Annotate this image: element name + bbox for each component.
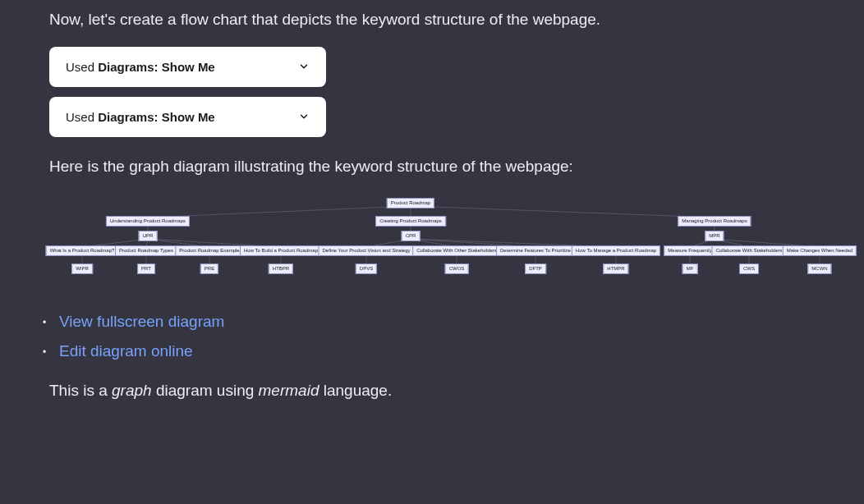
diagram-node: Product Roadmap Types (115, 245, 177, 256)
diagram-node: Collaborate With Other Stakeholders (412, 245, 501, 256)
diagram-node: Define Your Product Vision and Strategy (319, 245, 415, 256)
chevron-down-icon (298, 61, 310, 72)
diagram-node: Measure Frequently (664, 245, 715, 256)
diagram-node: HTMPR (603, 263, 628, 274)
diagram-node: Collaborate With Stakeholders (711, 245, 786, 256)
diagram-node: Managing Product Roadmaps (678, 216, 751, 227)
collapsible-label: Used Diagrams: Show Me (66, 60, 215, 74)
diagram-node: PRT (137, 263, 155, 274)
diagram-node: How To Build a Product Roadmap (240, 245, 322, 256)
diagram-node: WIPR (71, 263, 93, 274)
link-edit-online[interactable]: Edit diagram online (59, 342, 193, 360)
chevron-down-icon (298, 111, 310, 122)
diagram-node: Determine Features To Prioritize (496, 245, 575, 256)
diagram-node: CWOS (445, 263, 469, 274)
svg-line-2 (411, 206, 715, 218)
link-view-fullscreen[interactable]: View fullscreen diagram (59, 313, 224, 330)
collapsible-used-diagrams-1[interactable]: Used Diagrams: Show Me (49, 47, 326, 87)
diagram-node: DFTP (525, 263, 546, 274)
diagram-node: MF (682, 263, 698, 274)
diagram-node: Creating Product Roadmaps (375, 216, 446, 227)
collapsible-label: Used Diagrams: Show Me (66, 110, 215, 124)
diagram-node: CWS (739, 263, 759, 274)
diagram-node: Product Roadmap (387, 198, 434, 208)
diagram-node: PRE (200, 263, 218, 274)
collapsible-used-diagrams-2[interactable]: Used Diagrams: Show Me (49, 97, 326, 137)
diagram-node: Understanding Product Roadmaps (106, 216, 190, 227)
diagram-node: How To Manage a Product Roadmap (572, 245, 660, 256)
diagram-node: HTBPR (269, 263, 293, 274)
diagram-node: DPVS (356, 263, 377, 274)
diagram-node: MPR (705, 231, 724, 241)
diagram-node: MCWN (807, 263, 831, 274)
diagram-node: Product Roadmap Example (175, 245, 243, 256)
result-text: Here is the graph diagram illustrating t… (49, 155, 815, 179)
diagram-node: CPR (402, 231, 421, 241)
intro-text: Now, let's create a flow chart that depi… (49, 8, 815, 32)
diagram-node: UPR (139, 231, 158, 241)
footer-text: This is a graph diagram using mermaid la… (49, 382, 815, 400)
diagram-node: Make Changes When Needed (783, 245, 857, 256)
diagram-image[interactable]: Product RoadmapUnderstanding Product Roa… (49, 198, 854, 280)
diagram-node: What Is a Product Roadmap? (46, 245, 119, 256)
